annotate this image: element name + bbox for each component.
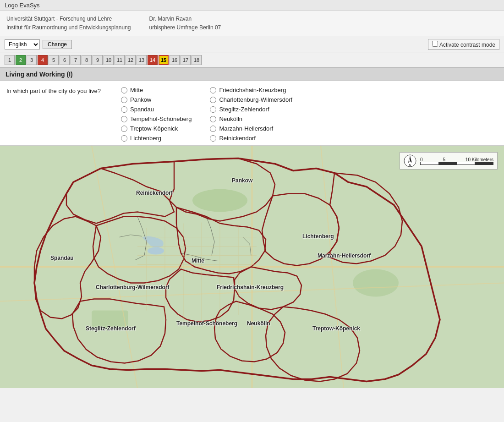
radio-input-col1-2[interactable] <box>121 106 127 113</box>
tabs-bar: 123456789101112131415161718 <box>0 53 504 67</box>
header-logo: Logo EvaSys <box>5 2 40 9</box>
radio-label-col1-4: Treptow-Köpenick <box>130 125 178 132</box>
scale-line <box>420 162 493 165</box>
question-row: In which part of the city do you live? M… <box>6 87 498 142</box>
map-terrain-svg <box>0 146 504 388</box>
svg-rect-3 <box>92 311 128 329</box>
radio-label-col1-2: Spandau <box>130 106 154 113</box>
radio-item-col2-5[interactable]: Reinickendorf <box>210 135 292 142</box>
radio-columns: MittePankowSpandauTempelhof-SchönebergTr… <box>121 87 498 142</box>
radio-label-col2-5: Reinickendorf <box>219 135 256 142</box>
scale-10: 10 Kilometers <box>466 157 493 162</box>
scale-0: 0 <box>420 157 423 162</box>
scale-numbers: 0 5 10 Kilometers <box>420 157 493 162</box>
radio-item-col1-2[interactable]: Spandau <box>121 106 192 113</box>
researcher-name: Dr. Marvin Ravan <box>149 15 221 23</box>
tab-6[interactable]: 6 <box>60 55 70 65</box>
radio-input-col2-4[interactable] <box>210 126 216 132</box>
tab-5[interactable]: 5 <box>49 55 59 65</box>
radio-item-col2-0[interactable]: Friedrichshain-Kreuzberg <box>210 87 292 93</box>
contrast-toggle-button[interactable]: Activate contrast mode <box>428 39 499 50</box>
map-container: Reinickendorf Pankow Lichtenberg Marzahn… <box>0 145 504 388</box>
tab-15[interactable]: 15 <box>159 55 169 65</box>
radio-label-col2-4: Marzahn-Hellersdorf <box>219 125 273 132</box>
radio-input-col2-3[interactable] <box>210 116 216 122</box>
svg-point-4 <box>353 269 399 297</box>
svg-text:N: N <box>409 164 411 167</box>
contrast-section: Activate contrast mode <box>428 39 499 50</box>
info-bar: Universität Stuttgart - Forschung und Le… <box>0 11 504 36</box>
controls-bar: English Deutsch Français Change Activate… <box>0 36 504 53</box>
radio-input-col1-4[interactable] <box>121 126 127 132</box>
tab-11[interactable]: 11 <box>115 55 125 65</box>
language-select[interactable]: English Deutsch Français <box>5 39 40 49</box>
header-bar: Logo EvaSys <box>0 0 504 11</box>
tab-3[interactable]: 3 <box>27 55 37 65</box>
radio-item-col2-3[interactable]: Neukölln <box>210 115 292 122</box>
north-arrow-icon: N <box>404 154 416 167</box>
radio-item-col1-4[interactable]: Treptow-Köpenick <box>121 125 192 132</box>
svg-point-1 <box>148 247 164 255</box>
tab-9[interactable]: 9 <box>93 55 103 65</box>
tab-2[interactable]: 2 <box>16 55 26 65</box>
radio-label-col2-2: Steglitz-Zehlendorf <box>219 106 269 113</box>
section-title: Living and Working (I) <box>0 67 504 81</box>
survey-name: urbisphere Umfrage Berlin 07 <box>149 23 221 32</box>
radio-item-col1-1[interactable]: Pankow <box>121 96 192 103</box>
tab-1[interactable]: 1 <box>5 55 15 65</box>
radio-label-col1-0: Mitte <box>130 87 143 93</box>
tab-10[interactable]: 10 <box>104 55 114 65</box>
contrast-checkbox[interactable] <box>432 41 438 47</box>
question-text: In which part of the city do you live? <box>6 87 112 142</box>
tab-14[interactable]: 14 <box>148 55 158 65</box>
radio-label-col2-1: Charlottenburg-Wilmersdorf <box>219 96 292 103</box>
info-right: Dr. Marvin Ravan urbisphere Umfrage Berl… <box>149 15 221 32</box>
radio-input-col2-5[interactable] <box>210 135 216 142</box>
tab-7[interactable]: 7 <box>71 55 81 65</box>
radio-column-2: Friedrichshain-KreuzbergCharlottenburg-W… <box>210 87 292 142</box>
tab-17[interactable]: 17 <box>181 55 191 65</box>
radio-input-col1-1[interactable] <box>121 97 127 103</box>
radio-label-col1-5: Lichtenberg <box>130 135 161 142</box>
tab-4[interactable]: 4 <box>38 55 48 65</box>
radio-item-col1-0[interactable]: Mitte <box>121 87 192 93</box>
radio-label-col1-1: Pankow <box>130 96 151 103</box>
radio-input-col1-5[interactable] <box>121 135 127 142</box>
radio-input-col1-3[interactable] <box>121 116 127 122</box>
radio-input-col2-0[interactable] <box>210 87 216 93</box>
scale-seg-3 <box>457 162 475 164</box>
scale-line-area: 0 5 10 Kilometers <box>420 157 493 165</box>
tab-18[interactable]: 18 <box>192 55 202 65</box>
radio-column-1: MittePankowSpandauTempelhof-SchönebergTr… <box>121 87 192 142</box>
radio-item-col1-3[interactable]: Tempelhof-Schöneberg <box>121 115 192 122</box>
radio-item-col2-1[interactable]: Charlottenburg-Wilmersdorf <box>210 96 292 103</box>
radio-item-col2-2[interactable]: Steglitz-Zehlendorf <box>210 106 292 113</box>
question-area: In which part of the city do you live? M… <box>0 81 504 145</box>
contrast-label-text[interactable]: Activate contrast mode <box>439 42 495 48</box>
info-left: Universität Stuttgart - Forschung und Le… <box>6 15 131 32</box>
tab-13[interactable]: 13 <box>137 55 147 65</box>
tab-8[interactable]: 8 <box>82 55 92 65</box>
radio-item-col2-4[interactable]: Marzahn-Hellersdorf <box>210 125 292 132</box>
scale-seg-2 <box>439 162 457 164</box>
radio-item-col1-5[interactable]: Lichtenberg <box>121 135 192 142</box>
radio-input-col2-1[interactable] <box>210 97 216 103</box>
radio-input-col1-0[interactable] <box>121 87 127 93</box>
scale-seg-4 <box>475 162 493 164</box>
tab-16[interactable]: 16 <box>170 55 180 65</box>
radio-label-col2-0: Friedrichshain-Kreuzberg <box>219 87 286 93</box>
institute-name: Institut für Raumordnung und Entwicklung… <box>6 23 131 32</box>
university-name: Universität Stuttgart - Forschung und Le… <box>6 15 131 23</box>
scale-bar: N 0 5 10 Kilometers <box>400 152 498 170</box>
radio-input-col2-2[interactable] <box>210 106 216 113</box>
svg-point-2 <box>192 189 247 212</box>
tab-12[interactable]: 12 <box>126 55 136 65</box>
radio-label-col1-3: Tempelhof-Schöneberg <box>130 115 192 122</box>
scale-5: 5 <box>443 157 445 162</box>
lang-section: English Deutsch Français Change <box>5 39 72 49</box>
radio-label-col2-3: Neukölln <box>219 115 242 122</box>
scale-seg-1 <box>421 162 439 164</box>
change-language-button[interactable]: Change <box>43 40 72 49</box>
